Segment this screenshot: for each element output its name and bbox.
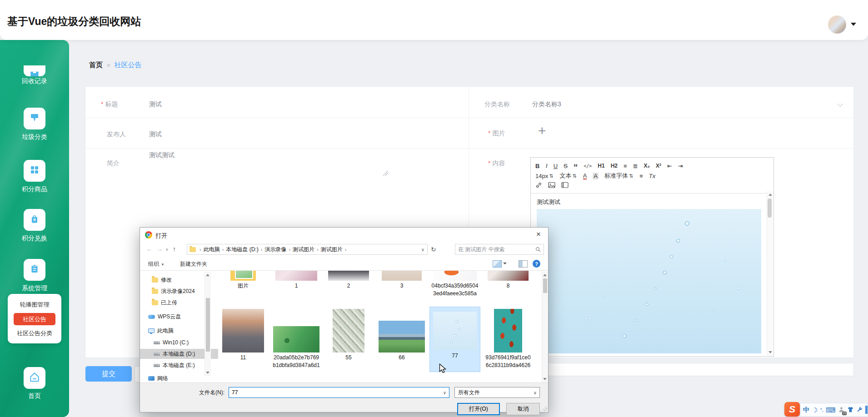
link-icon[interactable]	[535, 182, 542, 190]
chevron-down-icon[interactable]	[837, 101, 843, 107]
category-select[interactable]: 分类名称3	[532, 100, 561, 109]
breadcrumb-root[interactable]: 首页	[89, 61, 103, 69]
moon-icon[interactable]: ☽	[812, 407, 818, 413]
file-item-selected[interactable]: 77	[430, 307, 480, 372]
dialog-resize-handle[interactable]	[542, 406, 547, 411]
tree-item[interactable]: 本地磁盘 (E:)	[154, 360, 195, 370]
view-mode-icon[interactable]	[493, 260, 502, 268]
search-box[interactable]	[455, 244, 544, 255]
sidebar-item-points-exchange[interactable]	[24, 209, 45, 231]
publisher-input[interactable]: 测试	[149, 130, 162, 139]
image-icon[interactable]	[548, 182, 555, 190]
tree-item[interactable]: WPS云盘	[148, 312, 181, 322]
sidebar-item-label[interactable]: 积分兑换	[0, 234, 69, 243]
text-color-button[interactable]: A	[583, 173, 587, 179]
strikethrough-button[interactable]: S	[564, 163, 568, 169]
sidebar-item-recycle-records[interactable]	[24, 65, 45, 76]
filename-input[interactable]	[229, 387, 436, 397]
path-segment[interactable]: 测试图片	[293, 246, 314, 253]
avatar[interactable]	[828, 15, 846, 34]
scroll-up-icon[interactable]	[543, 274, 547, 276]
bullet-list-button[interactable]: ≣	[633, 163, 638, 169]
file-item[interactable]: 55	[324, 309, 374, 362]
help-icon[interactable]	[533, 260, 540, 268]
sidebar-item-garbage-sort[interactable]	[24, 108, 45, 129]
scrollbar-thumb[interactable]	[543, 278, 547, 293]
tree-item[interactable]: Win10 (C:)	[154, 338, 189, 348]
path-segment[interactable]: 此电脑	[204, 246, 220, 253]
file-item[interactable]: 11	[218, 309, 268, 362]
preview-pane-icon[interactable]	[519, 260, 528, 268]
tree-item[interactable]: 网络	[148, 373, 168, 383]
title-input[interactable]: 测试	[149, 100, 162, 109]
code-button[interactable]: </>	[584, 164, 592, 169]
scroll-down-icon[interactable]	[206, 372, 210, 374]
history-chevron-icon[interactable]: ∨	[165, 247, 169, 252]
intro-textarea[interactable]: 测试测试	[149, 151, 175, 159]
image-upload-button[interactable]	[538, 123, 546, 139]
italic-button[interactable]: I	[545, 162, 547, 169]
clear-format-button[interactable]: Tx	[649, 173, 655, 179]
filename-combobox[interactable]	[229, 387, 449, 398]
open-button[interactable]: 打开(O)	[457, 403, 500, 415]
highlight-color-button[interactable]: A	[593, 173, 599, 179]
bold-button[interactable]: B	[535, 163, 539, 169]
path-segment[interactable]: 本地磁盘 (D:)	[226, 246, 258, 253]
address-bar[interactable]: 此电脑 本地磁盘 (D:) 演示录像 测试图片 测试图片	[187, 244, 428, 255]
underline-button[interactable]: U	[554, 163, 558, 169]
textarea-resize-handle[interactable]	[383, 171, 388, 176]
path-segment[interactable]: 测试图片	[321, 246, 343, 253]
submenu-item-community-notice[interactable]: 社区公告	[14, 313, 55, 325]
new-folder-button[interactable]: 新建文件夹	[180, 260, 207, 268]
file-item[interactable]: 93d76941f9af1ce06c28311b9da4626	[483, 309, 533, 369]
heading2-button[interactable]: H2	[611, 163, 618, 169]
tree-item[interactable]: 已上传	[152, 298, 177, 308]
submenu-item-notice-category[interactable]: 社区公告分类	[8, 326, 61, 341]
user-icon[interactable]: 19	[838, 406, 845, 414]
ime-language-toggle[interactable]: 中	[803, 407, 809, 413]
font-size-select[interactable]: 14px	[535, 173, 548, 179]
up-icon[interactable]: ↑	[173, 245, 176, 253]
address-dropdown-icon[interactable]	[421, 247, 424, 252]
submit-button[interactable]: 提交	[85, 366, 132, 382]
file-item[interactable]: 3	[377, 271, 427, 290]
dialog-titlebar[interactable]: 打开	[140, 228, 548, 242]
tree-item[interactable]: 修改	[152, 275, 172, 285]
search-input[interactable]	[455, 244, 533, 254]
wrench-icon[interactable]	[856, 406, 863, 414]
editor-content[interactable]: 测试测试	[531, 194, 773, 357]
sidebar-item-label[interactable]: 系统管理	[0, 284, 69, 293]
sidebar-item-label[interactable]: 首页	[0, 392, 69, 400]
scroll-down-icon[interactable]	[768, 351, 772, 353]
outdent-button[interactable]: ⇤	[667, 163, 672, 169]
refresh-icon[interactable]	[431, 246, 436, 253]
file-item[interactable]: 图片	[218, 271, 268, 290]
sidebar-item-label[interactable]: 垃圾分类	[0, 133, 69, 141]
chevron-down-icon[interactable]	[443, 390, 446, 395]
scroll-up-icon[interactable]	[768, 194, 772, 196]
file-item[interactable]: 66	[377, 309, 427, 362]
sidebar-item-home[interactable]	[24, 367, 45, 389]
breadcrumb-current[interactable]: 社区公告	[115, 61, 142, 69]
tree-scrollbar[interactable]	[205, 272, 211, 376]
chevron-down-icon[interactable]	[851, 23, 856, 26]
heading1-button[interactable]: H1	[598, 163, 604, 169]
tree-item[interactable]: 此电脑	[148, 326, 174, 336]
line-height-button[interactable]: ≡	[639, 173, 643, 179]
subscript-button[interactable]: X₂	[644, 163, 650, 169]
close-icon[interactable]	[529, 228, 548, 241]
sogou-ime-icon[interactable]: S	[784, 402, 800, 417]
view-mode-chevron-icon[interactable]	[503, 263, 507, 264]
video-icon[interactable]	[561, 182, 569, 190]
skin-icon[interactable]	[847, 406, 854, 414]
file-item[interactable]: 8	[483, 271, 533, 290]
font-family-select[interactable]: 标准字体	[604, 172, 628, 180]
blockquote-button[interactable]: ”	[574, 166, 578, 169]
ordered-list-button[interactable]: ≡	[624, 163, 627, 169]
back-icon[interactable]: ←	[146, 245, 153, 253]
scroll-up-icon[interactable]	[206, 274, 210, 276]
organize-button[interactable]: 组织▼	[148, 260, 165, 268]
forward-icon[interactable]: →	[156, 245, 163, 253]
filetype-select[interactable]: 所有文件	[454, 387, 540, 398]
ime-partial-icon[interactable]	[865, 406, 868, 414]
